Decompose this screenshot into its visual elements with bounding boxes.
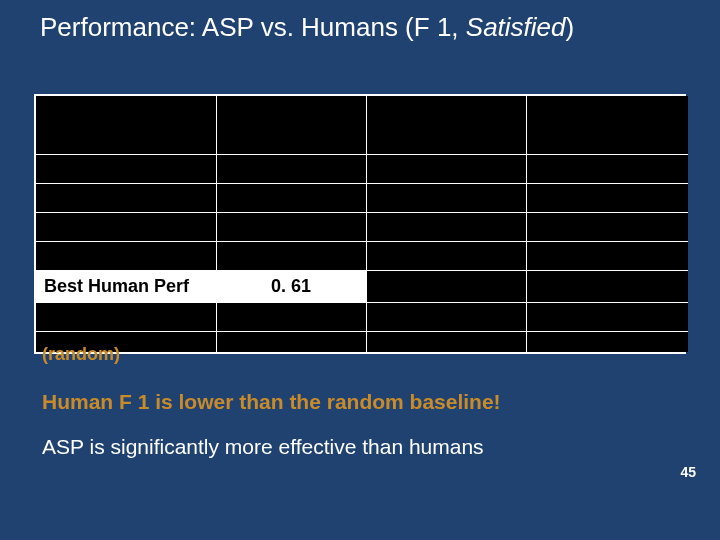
cell [36, 212, 216, 241]
cell [36, 154, 216, 183]
page-number: 45 [680, 464, 696, 480]
slide: Performance: ASP vs. Humans (F 1, Satisf… [0, 0, 720, 540]
callout-asp-effective: ASP is significantly more effective than… [42, 435, 484, 459]
cell [216, 241, 366, 270]
performance-table: Best Human Perf 0. 61 [34, 94, 686, 354]
cell [366, 332, 526, 352]
cell [36, 303, 216, 332]
table-row [36, 303, 688, 332]
cell [216, 212, 366, 241]
cell [216, 96, 366, 154]
cell [526, 154, 688, 183]
table: Best Human Perf 0. 61 [36, 96, 688, 352]
slide-title: Performance: ASP vs. Humans (F 1, Satisf… [40, 12, 700, 43]
cell [526, 183, 688, 212]
callout-human-f1: Human F 1 is lower than the random basel… [42, 390, 501, 414]
table-row [36, 96, 688, 154]
cell [366, 270, 526, 303]
cell [366, 154, 526, 183]
cell [526, 96, 688, 154]
title-text-em: Satisfied [466, 12, 566, 42]
cell [526, 332, 688, 352]
random-baseline-label: (random) [42, 344, 120, 365]
table-row [36, 212, 688, 241]
cell [526, 212, 688, 241]
cell [526, 241, 688, 270]
table-row [36, 183, 688, 212]
cell [366, 183, 526, 212]
cell [366, 303, 526, 332]
cell [366, 241, 526, 270]
cell-value: 0. 61 [216, 270, 366, 303]
title-text-suffix: ) [566, 12, 575, 42]
cell [36, 96, 216, 154]
cell [366, 96, 526, 154]
table-row: Best Human Perf 0. 61 [36, 270, 688, 303]
title-text-prefix: Performance: ASP vs. Humans (F 1, [40, 12, 466, 42]
table-row [36, 154, 688, 183]
cell [36, 183, 216, 212]
cell [216, 183, 366, 212]
cell [366, 212, 526, 241]
cell [216, 332, 366, 352]
table-row [36, 332, 688, 352]
cell-row-label: Best Human Perf [36, 270, 216, 303]
cell [216, 303, 366, 332]
cell [36, 241, 216, 270]
cell [526, 270, 688, 303]
table-row [36, 241, 688, 270]
cell [216, 154, 366, 183]
cell [526, 303, 688, 332]
